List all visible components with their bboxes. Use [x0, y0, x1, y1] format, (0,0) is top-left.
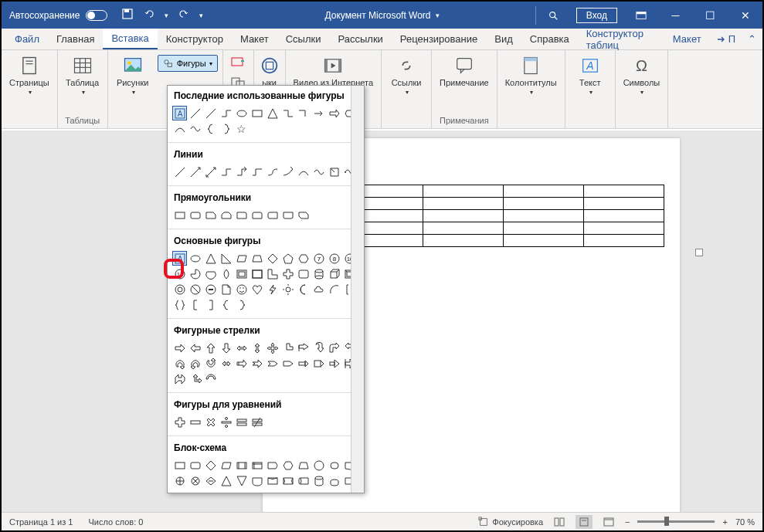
shape-elbow2[interactable] [296, 106, 311, 120]
login-button[interactable]: Вход [576, 8, 617, 23]
pictures-button[interactable]: Рисунки▾ [113, 53, 153, 97]
shape-star[interactable]: ☆ [234, 121, 249, 136]
arrow-c2[interactable] [188, 356, 202, 371]
basic-para[interactable] [234, 251, 249, 266]
zoom-slider[interactable] [637, 520, 715, 523]
shape-line2[interactable] [203, 106, 218, 120]
arrow-c8[interactable] [280, 356, 295, 371]
basic-block[interactable] [203, 282, 218, 296]
arrow-d[interactable] [219, 341, 233, 355]
fc-17[interactable] [234, 473, 249, 488]
status-words[interactable]: Число слов: 0 [88, 517, 143, 527]
autosave-toggle[interactable] [86, 10, 107, 21]
arrow-11[interactable] [327, 341, 341, 355]
line-12[interactable] [342, 164, 357, 179]
basic-half[interactable] [250, 266, 264, 281]
basic-sun[interactable] [280, 282, 295, 296]
comment-button[interactable]: Примечание [436, 53, 492, 89]
fc-12[interactable] [342, 458, 357, 473]
tab-review[interactable]: Рецензирование [392, 29, 486, 49]
ribbon-collapse-icon[interactable]: ⌃ [742, 29, 762, 49]
rect-8[interactable] [280, 208, 295, 222]
fc-23[interactable] [327, 473, 341, 488]
fc-3[interactable] [203, 458, 218, 473]
tab-table-design[interactable]: Конструктор таблиц [578, 29, 664, 49]
basic-plaque[interactable] [296, 266, 311, 281]
arrow-c10[interactable] [311, 356, 326, 371]
rect-3[interactable] [203, 208, 218, 222]
basic-lbrc[interactable] [219, 297, 233, 312]
arrow-12[interactable] [342, 341, 357, 355]
fc-10[interactable] [311, 458, 326, 473]
line-11[interactable] [327, 164, 341, 179]
table-button[interactable]: Таблица▾ [63, 53, 103, 97]
fc-11[interactable] [327, 458, 341, 473]
eq-plus[interactable] [172, 415, 187, 429]
qat-caret-icon[interactable]: ▾ [165, 12, 168, 19]
fc-24[interactable] [342, 473, 357, 488]
rect-7[interactable] [265, 208, 280, 222]
basic-smiley[interactable] [234, 282, 249, 296]
rect-2[interactable] [188, 208, 202, 222]
shape-curve[interactable] [172, 121, 187, 136]
zoom-level[interactable]: 70 % [735, 517, 755, 527]
arrow-c5[interactable] [234, 356, 249, 371]
basic-heart[interactable] [250, 282, 264, 296]
fc-21[interactable] [296, 473, 311, 488]
search-button[interactable] [535, 6, 570, 25]
basic-cloud[interactable] [311, 282, 326, 296]
fc-4[interactable] [219, 458, 233, 473]
share-icon[interactable]: П [710, 29, 742, 49]
video-button[interactable]: Видео из Интернета [290, 53, 376, 89]
shape-connector[interactable] [219, 106, 233, 120]
basic-tri[interactable] [203, 251, 218, 266]
line-9[interactable] [296, 164, 311, 179]
basic-oct[interactable]: 8 [327, 251, 341, 266]
shape-elbow[interactable] [280, 106, 295, 120]
fc-8[interactable] [280, 458, 295, 473]
eq-div[interactable] [219, 415, 233, 429]
fc-1[interactable] [172, 458, 187, 473]
arrow-lr[interactable] [234, 341, 249, 355]
arrow-d1[interactable] [172, 371, 187, 386]
basic-pentagon[interactable] [280, 251, 295, 266]
shape-brace-l[interactable] [203, 121, 218, 136]
line-8[interactable] [280, 164, 295, 179]
tab-file[interactable]: Файл [6, 29, 48, 49]
text-button[interactable]: A Текст▾ [570, 53, 610, 97]
pages-button[interactable]: Страницы▾ [6, 53, 53, 97]
line-5[interactable] [234, 164, 249, 179]
tab-table-layout[interactable]: Макет [664, 29, 710, 49]
basic-hex[interactable] [296, 251, 311, 266]
rect-9[interactable] [296, 208, 311, 222]
line-3[interactable] [203, 164, 218, 179]
shape-arrow-block[interactable] [327, 106, 341, 120]
basic-lshape[interactable] [265, 266, 280, 281]
arrow-9[interactable] [296, 341, 311, 355]
eq-times[interactable] [203, 415, 218, 429]
tab-insert[interactable]: Вставка [103, 29, 157, 49]
line-2[interactable] [188, 164, 202, 179]
basic-frame[interactable] [234, 266, 249, 281]
tab-references[interactable]: Ссылки [277, 29, 330, 49]
arrow-r[interactable] [172, 341, 187, 355]
qat-dropdown-icon[interactable]: ▾ [199, 12, 203, 19]
rect-4[interactable] [219, 208, 233, 222]
arrow-ud[interactable] [250, 341, 264, 355]
headers-button[interactable]: Колонтитулы▾ [502, 53, 560, 97]
tab-view[interactable]: Вид [486, 29, 521, 49]
basic-lbrk[interactable] [188, 297, 202, 312]
shape-rect[interactable] [250, 106, 264, 120]
view-web-icon[interactable] [600, 515, 617, 529]
title-caret-icon[interactable]: ▾ [436, 12, 440, 19]
line-6[interactable] [250, 164, 264, 179]
fc-2[interactable] [188, 458, 202, 473]
tab-help[interactable]: Справка [521, 29, 578, 49]
basic-chord[interactable] [203, 266, 218, 281]
basic-arc[interactable] [327, 282, 341, 296]
close-button[interactable]: ✕ [728, 2, 762, 29]
arrow-c11[interactable] [327, 356, 341, 371]
arrow-c4[interactable] [219, 356, 233, 371]
basic-bolt[interactable] [265, 282, 280, 296]
rect-6[interactable] [250, 208, 264, 222]
